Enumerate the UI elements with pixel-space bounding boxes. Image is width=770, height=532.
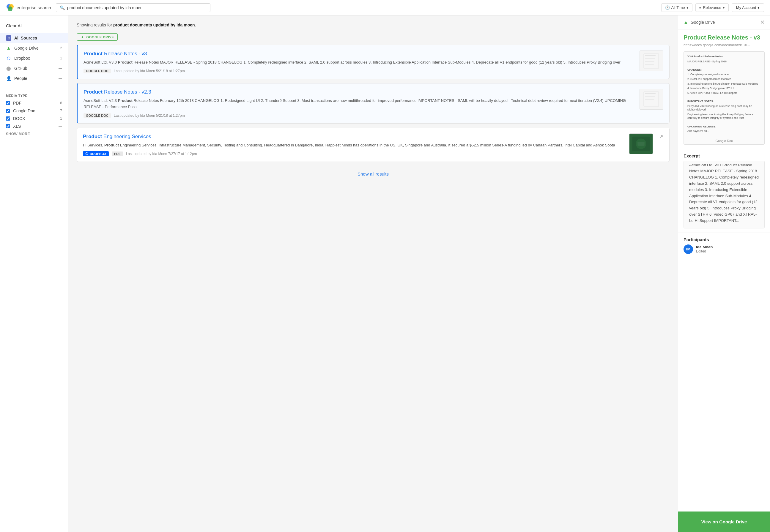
- svg-rect-20: [638, 142, 644, 146]
- excerpt-text: AcmeSoft Ltd. V3.0 Product Release Notes…: [684, 161, 765, 228]
- result-2-title-rest: Release Notes - v2.3: [102, 89, 151, 95]
- svg-rect-7: [645, 60, 653, 60]
- media-type-xls: XLS —: [0, 122, 68, 130]
- right-panel-preview: V3.0 Product Release Notes MAJOR RELEASE…: [684, 51, 765, 145]
- result-2-body: AcmeSoft Ltd. V2.3 Product Release Notes…: [83, 98, 635, 110]
- xls-label: XLS: [13, 124, 56, 129]
- sidebar-item-github[interactable]: ⬤ GitHub —: [0, 63, 68, 73]
- sidebar-item-dropbox[interactable]: ⬡ Dropbox 1: [0, 53, 68, 63]
- relevance-filter-chevron-icon: ▾: [723, 5, 725, 10]
- media-type-docx: DOCX 1: [0, 115, 68, 122]
- result-3-title-highlight: Product: [83, 134, 102, 139]
- pdf-label: PDF: [13, 101, 57, 105]
- result-card-3-inner: Product Engineering Services IT Services…: [83, 133, 663, 157]
- result-3-title[interactable]: Product Engineering Services: [83, 133, 624, 140]
- result-1-title[interactable]: Product Release Notes - v3: [83, 50, 635, 57]
- page-body: Clear All ⊞ All Sources ▲ Google Drive 2…: [0, 15, 770, 532]
- docx-checkbox[interactable]: [6, 116, 10, 121]
- time-filter-button[interactable]: 🕐 All Time ▾: [661, 3, 692, 12]
- my-account-label: My Account: [736, 5, 756, 10]
- preview-footer: Google Doc: [684, 137, 764, 144]
- result-2-body-highlight: Product: [118, 98, 132, 103]
- xls-checkbox[interactable]: [6, 124, 10, 128]
- google-drive-icon: ▲: [6, 45, 11, 51]
- result-3-meta-text: Last updated by Ida Moen 7/27/17 at 1:12…: [126, 152, 197, 156]
- right-panel-header: ▲ Google Drive ✕: [678, 15, 770, 29]
- result-1-source-badge: GOOGLE DOC: [83, 69, 111, 73]
- search-input[interactable]: [67, 5, 206, 10]
- result-3-thumbnail: [629, 133, 653, 154]
- clear-all-button[interactable]: Clear All: [0, 21, 68, 33]
- pdf-checkbox[interactable]: [6, 101, 10, 105]
- app-header: enterprise search 🔍 🕐 All Time ▾ ≡ Relev…: [0, 0, 770, 15]
- preview-important-2: Engineering team monitoring the Proxy Br…: [687, 113, 761, 120]
- right-panel-source-label: Google Drive: [691, 20, 715, 25]
- show-more-button[interactable]: SHOW MORE: [0, 130, 68, 138]
- svg-rect-8: [645, 61, 654, 62]
- result-3-dropbox-badge: ⬡ DROPBOX: [83, 151, 109, 156]
- svg-rect-15: [645, 98, 653, 98]
- logo-icon: [6, 4, 14, 12]
- result-card-1-inner: Product Release Notes - v3 AcmeSoft Ltd.…: [83, 50, 663, 73]
- media-type-pdf: PDF 8: [0, 99, 68, 107]
- results-query-bold: product documents updated by ida moen: [113, 23, 195, 27]
- results-summary: Showing results for product documents up…: [77, 23, 670, 27]
- preview-change-1: 1. Completely redesigned interface: [687, 72, 761, 76]
- relevance-filter-button[interactable]: ≡ Relevance ▾: [695, 3, 729, 12]
- preview-doc-subtitle: MAJOR RELEASE - Spring 2018: [687, 60, 761, 64]
- svg-rect-6: [645, 58, 655, 59]
- google-doc-count: 7: [60, 109, 62, 113]
- external-link-icon[interactable]: ↗: [659, 133, 663, 140]
- app-logo: enterprise search: [6, 4, 51, 12]
- google-doc-checkbox[interactable]: [6, 109, 10, 113]
- result-1-body-highlight: Product: [118, 60, 132, 64]
- svg-rect-14: [645, 96, 655, 97]
- time-filter-chevron-icon: ▾: [687, 5, 689, 10]
- sidebar-github-count: —: [56, 66, 62, 70]
- my-account-button[interactable]: My Account ▾: [732, 3, 764, 12]
- result-3-body: IT Services, Product Engineering Service…: [83, 142, 624, 149]
- preview-upcoming-1: Add payment pri...: [687, 129, 761, 133]
- sidebar-people-count: —: [56, 76, 62, 80]
- search-bar[interactable]: 🔍: [56, 3, 210, 12]
- pdf-count: 8: [60, 101, 62, 105]
- main-content: Showing results for product documents up…: [68, 15, 678, 532]
- media-type-header: MEDIA TYPE: [0, 91, 68, 99]
- docx-label: DOCX: [13, 116, 57, 121]
- result-1-title-rest: Release Notes - v3: [102, 51, 147, 56]
- right-panel-url: https://docs.google.com/document/d/19H-.…: [678, 43, 770, 51]
- show-all-results-button[interactable]: Show all results: [77, 166, 670, 182]
- result-card-3: Product Engineering Services IT Services…: [77, 128, 670, 162]
- preview-upcoming-header: UPCOMING RELEASE:: [687, 125, 761, 129]
- sidebar-item-people[interactable]: 👤 People —: [0, 73, 68, 83]
- svg-point-2: [8, 7, 12, 11]
- search-icon: 🔍: [60, 5, 65, 10]
- preview-change-2: 2. SAML 2.0 support across modules: [687, 77, 761, 81]
- preview-doc-content: V3.0 Product Release Notes MAJOR RELEASE…: [684, 52, 764, 137]
- sidebar-item-all-sources[interactable]: ⊞ All Sources: [0, 33, 68, 43]
- google-doc-label: Google Doc: [13, 108, 57, 113]
- source-badge-label: GOOGLE DRIVE: [86, 35, 114, 39]
- result-1-title-highlight: Product: [83, 51, 102, 56]
- sidebar-gdrive-label: Google Drive: [14, 46, 53, 50]
- sidebar-people-label: People: [14, 76, 53, 81]
- svg-rect-10: [645, 64, 654, 65]
- result-2-title[interactable]: Product Release Notes - v2.3: [83, 89, 635, 95]
- sidebar-item-google-drive[interactable]: ▲ Google Drive 2: [0, 43, 68, 53]
- result-3-body-highlight: Product: [104, 143, 119, 147]
- result-2-source-badge: GOOGLE DOC: [83, 113, 111, 118]
- preview-changelog-header: CHANGES:: [687, 68, 761, 72]
- sidebar-dropbox-label: Dropbox: [14, 56, 53, 61]
- svg-rect-12: [645, 93, 656, 94]
- right-panel-title: Product Release Notes - v3: [678, 29, 770, 43]
- result-1-content: Product Release Notes - v3 AcmeSoft Ltd.…: [83, 50, 635, 73]
- result-1-body: AcmeSoft Ltd. V3.0 Product Release Notes…: [83, 59, 635, 66]
- xls-count: —: [59, 124, 62, 128]
- results-query-text: product documents updated by ida moen: [113, 23, 195, 27]
- preview-change-4: 4. Introduce Proxy Bridging over STHH: [687, 86, 761, 90]
- view-on-google-drive-button[interactable]: View on Google Drive: [684, 516, 765, 527]
- participant-info-0: Ida Moen Edited: [696, 245, 713, 253]
- close-panel-button[interactable]: ✕: [760, 20, 765, 25]
- right-panel-footer: View on Google Drive: [678, 512, 770, 532]
- result-3-title-rest: Engineering Services: [102, 134, 151, 139]
